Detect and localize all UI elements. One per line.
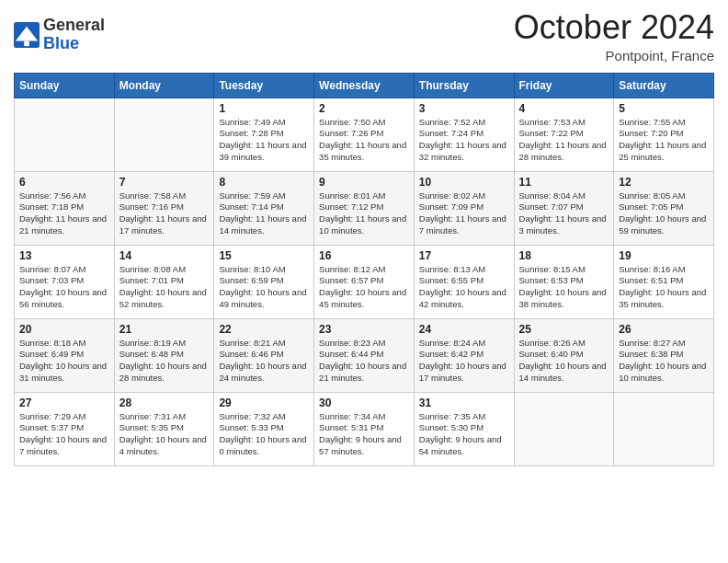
day-info: Sunrise: 7:34 AM Sunset: 5:31 PM Dayligh… xyxy=(319,411,409,458)
calendar-cell: 25Sunrise: 8:26 AM Sunset: 6:40 PM Dayli… xyxy=(514,318,614,392)
calendar-table: SundayMondayTuesdayWednesdayThursdayFrid… xyxy=(14,73,714,466)
calendar-cell: 28Sunrise: 7:31 AM Sunset: 5:35 PM Dayli… xyxy=(114,392,214,465)
calendar-cell: 8Sunrise: 7:59 AM Sunset: 7:14 PM Daylig… xyxy=(214,171,314,245)
calendar-cell: 27Sunrise: 7:29 AM Sunset: 5:37 PM Dayli… xyxy=(15,392,115,465)
day-info: Sunrise: 8:18 AM Sunset: 6:49 PM Dayligh… xyxy=(19,338,109,385)
day-number: 16 xyxy=(319,249,409,262)
day-info: Sunrise: 8:01 AM Sunset: 7:12 PM Dayligh… xyxy=(319,190,409,237)
calendar-cell: 15Sunrise: 8:10 AM Sunset: 6:59 PM Dayli… xyxy=(214,245,314,318)
calendar-cell: 14Sunrise: 8:08 AM Sunset: 7:01 PM Dayli… xyxy=(114,245,214,318)
day-info: Sunrise: 8:04 AM Sunset: 7:07 PM Dayligh… xyxy=(519,190,609,237)
day-info: Sunrise: 8:05 AM Sunset: 7:05 PM Dayligh… xyxy=(619,190,709,237)
day-number: 3 xyxy=(419,102,509,115)
weekday-header: Tuesday xyxy=(214,73,314,98)
day-info: Sunrise: 8:15 AM Sunset: 6:53 PM Dayligh… xyxy=(519,264,609,311)
day-info: Sunrise: 7:32 AM Sunset: 5:33 PM Dayligh… xyxy=(219,411,309,458)
day-number: 21 xyxy=(119,323,210,336)
day-number: 2 xyxy=(319,102,409,115)
day-number: 29 xyxy=(219,396,309,409)
day-number: 5 xyxy=(619,102,709,115)
calendar-week-row: 1Sunrise: 7:49 AM Sunset: 7:28 PM Daylig… xyxy=(15,98,714,171)
day-info: Sunrise: 7:50 AM Sunset: 7:26 PM Dayligh… xyxy=(319,117,409,164)
day-info: Sunrise: 8:10 AM Sunset: 6:59 PM Dayligh… xyxy=(219,264,309,311)
calendar-cell: 1Sunrise: 7:49 AM Sunset: 7:28 PM Daylig… xyxy=(214,98,314,171)
day-number: 8 xyxy=(219,176,309,189)
logo: GeneralBlue xyxy=(14,17,105,53)
day-info: Sunrise: 8:12 AM Sunset: 6:57 PM Dayligh… xyxy=(319,264,409,311)
day-info: Sunrise: 7:58 AM Sunset: 7:16 PM Dayligh… xyxy=(119,190,210,237)
day-number: 6 xyxy=(19,176,109,189)
calendar-cell: 13Sunrise: 8:07 AM Sunset: 7:03 PM Dayli… xyxy=(15,245,115,318)
day-number: 10 xyxy=(419,176,509,189)
day-number: 28 xyxy=(119,396,210,409)
calendar-cell: 2Sunrise: 7:50 AM Sunset: 7:26 PM Daylig… xyxy=(314,98,415,171)
day-info: Sunrise: 8:26 AM Sunset: 6:40 PM Dayligh… xyxy=(519,338,609,385)
weekday-header: Wednesday xyxy=(314,73,415,98)
day-info: Sunrise: 7:52 AM Sunset: 7:24 PM Dayligh… xyxy=(419,117,509,164)
weekday-header: Saturday xyxy=(614,73,714,98)
logo-icon xyxy=(14,22,40,48)
weekday-header: Monday xyxy=(114,73,214,98)
day-number: 4 xyxy=(519,102,609,115)
day-info: Sunrise: 7:55 AM Sunset: 7:20 PM Dayligh… xyxy=(619,117,709,164)
day-number: 9 xyxy=(319,176,409,189)
calendar-cell: 4Sunrise: 7:53 AM Sunset: 7:22 PM Daylig… xyxy=(514,98,614,171)
calendar-cell: 24Sunrise: 8:24 AM Sunset: 6:42 PM Dayli… xyxy=(414,318,514,392)
day-info: Sunrise: 8:27 AM Sunset: 6:38 PM Dayligh… xyxy=(619,338,709,385)
day-number: 27 xyxy=(19,396,109,409)
calendar-cell: 29Sunrise: 7:32 AM Sunset: 5:33 PM Dayli… xyxy=(214,392,314,465)
calendar-cell: 31Sunrise: 7:35 AM Sunset: 5:30 PM Dayli… xyxy=(414,392,514,465)
weekday-header: Sunday xyxy=(15,73,115,98)
day-number: 30 xyxy=(319,396,409,409)
day-number: 12 xyxy=(619,176,709,189)
calendar-cell: 23Sunrise: 8:23 AM Sunset: 6:44 PM Dayli… xyxy=(314,318,415,392)
calendar-cell: 18Sunrise: 8:15 AM Sunset: 6:53 PM Dayli… xyxy=(514,245,614,318)
day-info: Sunrise: 8:19 AM Sunset: 6:48 PM Dayligh… xyxy=(119,338,210,385)
calendar-cell xyxy=(614,392,714,465)
day-number: 25 xyxy=(519,323,609,336)
weekday-header: Thursday xyxy=(414,73,514,98)
calendar-week-row: 27Sunrise: 7:29 AM Sunset: 5:37 PM Dayli… xyxy=(15,392,714,465)
day-number: 18 xyxy=(519,249,609,262)
day-info: Sunrise: 7:49 AM Sunset: 7:28 PM Dayligh… xyxy=(219,117,309,164)
calendar-cell: 26Sunrise: 8:27 AM Sunset: 6:38 PM Dayli… xyxy=(614,318,714,392)
day-number: 7 xyxy=(119,176,210,189)
day-info: Sunrise: 8:21 AM Sunset: 6:46 PM Dayligh… xyxy=(219,338,309,385)
calendar-cell: 17Sunrise: 8:13 AM Sunset: 6:55 PM Dayli… xyxy=(414,245,514,318)
calendar-cell xyxy=(15,98,115,171)
day-info: Sunrise: 8:13 AM Sunset: 6:55 PM Dayligh… xyxy=(419,264,509,311)
calendar-week-row: 20Sunrise: 8:18 AM Sunset: 6:49 PM Dayli… xyxy=(15,318,714,392)
day-number: 31 xyxy=(419,396,509,409)
day-number: 22 xyxy=(219,323,309,336)
logo-text: GeneralBlue xyxy=(43,17,105,53)
day-info: Sunrise: 8:02 AM Sunset: 7:09 PM Dayligh… xyxy=(419,190,509,237)
calendar-cell: 3Sunrise: 7:52 AM Sunset: 7:24 PM Daylig… xyxy=(414,98,514,171)
calendar-cell: 16Sunrise: 8:12 AM Sunset: 6:57 PM Dayli… xyxy=(314,245,415,318)
calendar-cell: 19Sunrise: 8:16 AM Sunset: 6:51 PM Dayli… xyxy=(614,245,714,318)
weekday-header-row: SundayMondayTuesdayWednesdayThursdayFrid… xyxy=(15,73,714,98)
day-info: Sunrise: 7:31 AM Sunset: 5:35 PM Dayligh… xyxy=(119,411,210,458)
calendar-cell: 12Sunrise: 8:05 AM Sunset: 7:05 PM Dayli… xyxy=(614,171,714,245)
calendar-cell: 20Sunrise: 8:18 AM Sunset: 6:49 PM Dayli… xyxy=(15,318,115,392)
day-info: Sunrise: 8:23 AM Sunset: 6:44 PM Dayligh… xyxy=(319,338,409,385)
calendar-cell: 5Sunrise: 7:55 AM Sunset: 7:20 PM Daylig… xyxy=(614,98,714,171)
day-number: 23 xyxy=(319,323,409,336)
calendar-cell: 6Sunrise: 7:56 AM Sunset: 7:18 PM Daylig… xyxy=(15,171,115,245)
day-number: 20 xyxy=(19,323,109,336)
page-header: GeneralBlue October 2024 Pontpoint, Fran… xyxy=(14,9,714,63)
calendar-week-row: 6Sunrise: 7:56 AM Sunset: 7:18 PM Daylig… xyxy=(15,171,714,245)
day-number: 24 xyxy=(419,323,509,336)
day-number: 19 xyxy=(619,249,709,262)
calendar-cell: 21Sunrise: 8:19 AM Sunset: 6:48 PM Dayli… xyxy=(114,318,214,392)
calendar-cell: 10Sunrise: 8:02 AM Sunset: 7:09 PM Dayli… xyxy=(414,171,514,245)
calendar-cell: 22Sunrise: 8:21 AM Sunset: 6:46 PM Dayli… xyxy=(214,318,314,392)
title-block: October 2024 Pontpoint, France xyxy=(514,9,714,63)
day-info: Sunrise: 8:08 AM Sunset: 7:01 PM Dayligh… xyxy=(119,264,210,311)
day-number: 17 xyxy=(419,249,509,262)
day-info: Sunrise: 7:53 AM Sunset: 7:22 PM Dayligh… xyxy=(519,117,609,164)
day-number: 26 xyxy=(619,323,709,336)
calendar-title: October 2024 xyxy=(514,9,714,46)
calendar-page: GeneralBlue October 2024 Pontpoint, Fran… xyxy=(0,0,728,563)
day-number: 13 xyxy=(19,249,109,262)
calendar-cell: 7Sunrise: 7:58 AM Sunset: 7:16 PM Daylig… xyxy=(114,171,214,245)
